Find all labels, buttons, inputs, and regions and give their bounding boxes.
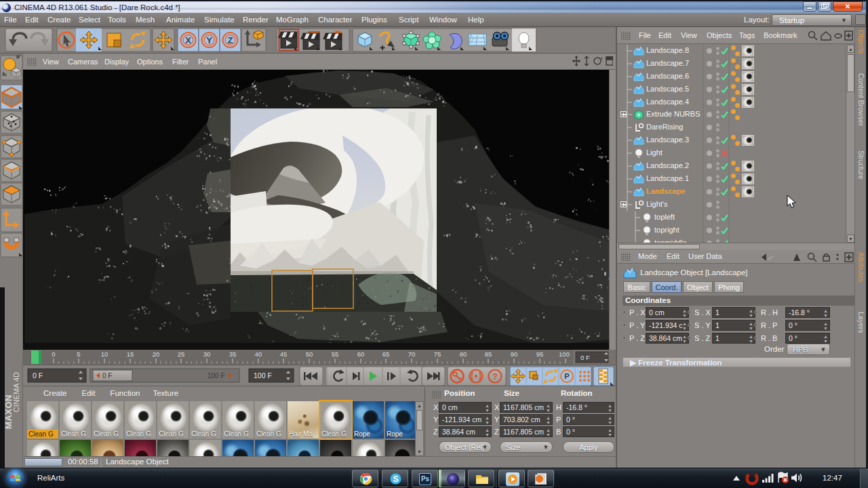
svg-text:100 F: 100 F xyxy=(254,371,272,380)
svg-text:5: 5 xyxy=(77,350,80,358)
svg-text:Z: Z xyxy=(228,35,233,45)
svg-text:S: S xyxy=(393,474,398,484)
svg-text:95: 95 xyxy=(536,350,544,358)
svg-text:100: 100 xyxy=(559,350,570,358)
svg-text:45: 45 xyxy=(280,350,288,358)
svg-text:P: P xyxy=(564,372,569,380)
svg-text:80: 80 xyxy=(460,350,467,358)
svg-text:15: 15 xyxy=(127,350,134,358)
svg-text:40: 40 xyxy=(255,350,262,358)
svg-text:70: 70 xyxy=(408,350,416,358)
svg-text:65: 65 xyxy=(382,350,390,358)
svg-text:0: 0 xyxy=(52,350,55,358)
svg-text:0 F: 0 F xyxy=(580,354,590,361)
svg-text:100 F: 100 F xyxy=(208,372,225,380)
svg-text:75: 75 xyxy=(434,350,441,358)
svg-text:55: 55 xyxy=(332,350,339,358)
svg-text:85: 85 xyxy=(485,350,492,358)
svg-text:20: 20 xyxy=(153,350,160,358)
svg-text:25: 25 xyxy=(178,350,185,358)
svg-text:Y: Y xyxy=(206,35,212,45)
svg-text:?: ? xyxy=(492,372,497,382)
svg-text:35: 35 xyxy=(229,350,237,358)
svg-text:X: X xyxy=(185,35,191,45)
svg-text:60: 60 xyxy=(357,350,365,358)
svg-text:90: 90 xyxy=(511,350,518,358)
svg-text:50: 50 xyxy=(306,350,313,358)
svg-text:30: 30 xyxy=(203,350,211,358)
svg-text:0 F: 0 F xyxy=(33,371,43,380)
svg-text:0 F: 0 F xyxy=(102,372,112,380)
svg-text:10: 10 xyxy=(101,350,108,358)
